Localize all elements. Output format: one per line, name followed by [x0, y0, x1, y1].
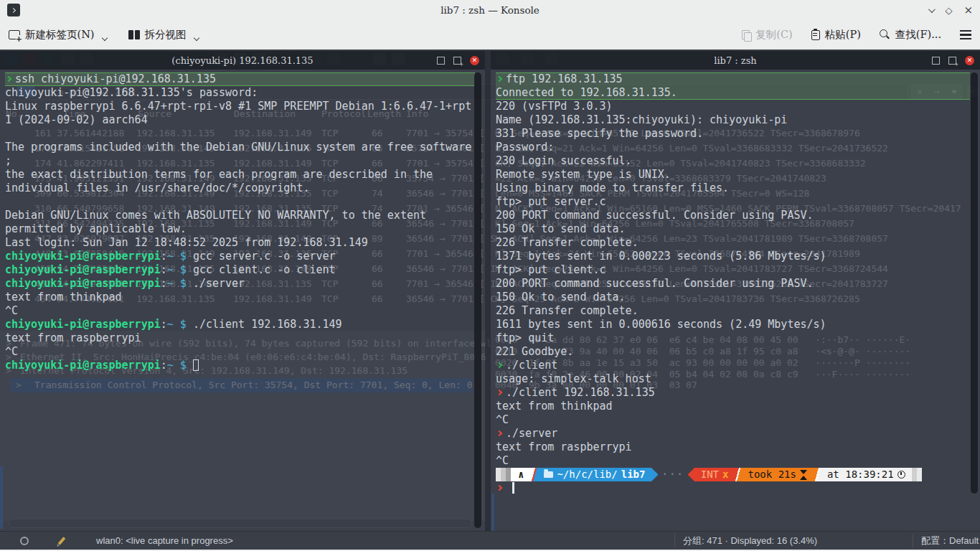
clock-icon	[897, 471, 905, 479]
terminal-text: chiyoyuki-pi@raspberrypi	[5, 263, 161, 276]
terminal-text: the exact distribution terms for each pr…	[5, 168, 433, 181]
terminal-text: ftp> put server.c	[496, 195, 606, 208]
terminal-line: Using binary mode to transfer files.	[496, 182, 970, 195]
left-pane-scrollbar[interactable]	[474, 72, 481, 528]
terminal-text	[174, 277, 180, 290]
terminal-line: 331 Please specify the password.	[496, 127, 970, 141]
close-pane-button[interactable]: ✕	[470, 56, 479, 65]
right-pane-title: lib7 : zsh	[491, 55, 980, 66]
split-view-icon	[128, 30, 140, 39]
terminal-line: ftp> quit	[496, 331, 970, 345]
find-button[interactable]: 查找(F)...	[880, 28, 941, 42]
directory-path: ~/h/c/lib/	[557, 468, 617, 481]
copy-button[interactable]: 复制(C)	[742, 28, 792, 42]
terminal-text: permitted by applicable law.	[5, 222, 187, 235]
terminal-text: 1611 bytes sent in 0.000616 seconds (2.4…	[496, 318, 826, 331]
powerline-cap	[506, 468, 511, 481]
terminal-text: Last login: Sun Jan 12 18:48:52 2025 fro…	[5, 236, 368, 249]
minimize-button[interactable]	[928, 8, 933, 13]
terminal-text: ssh chiyoyuki-pi@192.168.31.135	[15, 72, 216, 85]
terminal-line: Connected to 192.168.31.135.	[496, 86, 970, 100]
powerline-duration-segment: took 21s	[741, 468, 814, 481]
minimize-icon	[928, 6, 936, 13]
terminal-text: chiyoyuki-pi@raspberrypi	[5, 277, 161, 290]
close-button[interactable]: ×	[963, 5, 973, 16]
hamburger-icon	[960, 30, 971, 39]
right-pane-scrollbar[interactable]	[971, 72, 978, 494]
expand-pane-icon[interactable]	[932, 57, 940, 65]
terminal-line: text from thinkpad	[496, 400, 970, 413]
terminal-text: ./server	[187, 277, 245, 290]
terminal-text: Password:	[496, 141, 554, 154]
terminal-line: 1 (2024-09-02) aarch64	[5, 113, 475, 127]
terminal-line: 150 Ok to send data.	[496, 291, 970, 304]
clone-pane-icon[interactable]	[948, 57, 956, 65]
terminal-text: ftp> quit	[496, 331, 554, 344]
terminal-line: Linux raspberrypi 6.6.47+rpt-rpi-v8 #1 S…	[5, 100, 475, 113]
terminal-line: 226 Transfer complete.	[496, 304, 970, 318]
terminal-line: chiyoyuki-pi@raspberrypi:~ $	[5, 359, 475, 372]
terminal-line: 230 Login successful.	[496, 154, 970, 168]
powerline-separator	[814, 468, 821, 481]
time-label: at 18:39:21	[827, 468, 894, 481]
terminal-pane-right[interactable]: lib7 : zsh ✕ ftp 192.168.31.135Connected…	[491, 51, 980, 531]
terminal-text: $	[180, 250, 187, 263]
folder-icon	[544, 471, 553, 478]
terminal-text: text from thinkpad	[496, 400, 613, 413]
powerline-cap	[912, 468, 917, 481]
terminal-text: gcc client.c -o client	[187, 263, 336, 276]
wireshark-statusbar: wlan0: <live capture in progress> 分组: 47…	[0, 531, 980, 550]
titlebar[interactable]: lib7 : zsh — Konsole ◇ ×	[0, 0, 980, 20]
new-tab-icon	[9, 30, 20, 39]
terminal-line: 221 Goodbye.	[496, 345, 970, 359]
close-pane-button[interactable]: ✕	[965, 56, 974, 65]
terminal-text: :	[161, 277, 167, 290]
terminal-text: ./client 192.168.31.135	[506, 386, 655, 399]
terminal-text	[506, 481, 512, 494]
terminal-line	[5, 195, 475, 209]
terminal-pane-left[interactable]: (chiyoyuki-pi) 192.168.31.135 ✕ ssh chiy…	[0, 51, 485, 531]
split-view-button[interactable]: 拆分视图	[128, 28, 199, 42]
left-pane-title: (chiyoyuki-pi) 192.168.31.135	[0, 55, 485, 66]
terminal-line: ftp> put client.c	[496, 263, 970, 277]
expand-pane-icon[interactable]	[437, 57, 445, 65]
terminal-text: $	[180, 359, 187, 372]
pane-divider[interactable]	[485, 51, 491, 531]
maximize-button[interactable]: ◇	[945, 6, 952, 15]
powerline-separator	[531, 468, 537, 481]
terminal-text: 220 (vsFTPd 3.0.3)	[496, 100, 613, 113]
terminal-text	[174, 250, 180, 263]
terminal-left-content[interactable]: ssh chiyoyuki-pi@192.168.31.135chiyoyuki…	[0, 70, 475, 531]
terminal-line: chiyoyuki-pi@raspberrypi:~ $ gcc client.…	[5, 263, 475, 277]
terminal-text: chiyoyuki-pi@raspberrypi	[5, 359, 161, 372]
terminal-line: Debian GNU/Linux comes with ABSOLUTELY N…	[5, 209, 475, 222]
terminal-text: text from raspberrypi	[496, 441, 632, 453]
terminal-text: ^C	[5, 345, 18, 358]
profile-status[interactable]: 配置：Default	[921, 534, 980, 547]
terminal-text: :	[161, 359, 167, 372]
terminal-text: :	[161, 250, 167, 263]
new-tab-button[interactable]: 新建标签页(N)	[9, 28, 107, 42]
terminal-cursor	[512, 482, 514, 494]
terminal-line: chiyoyuki-pi@raspberrypi:~ $ gcc server.…	[5, 250, 475, 263]
paste-button[interactable]: 粘贴(P)	[811, 28, 861, 42]
terminal-text: Remote system type is UNIX.	[496, 168, 671, 181]
terminal-text	[174, 263, 180, 276]
hourglass-icon	[800, 470, 808, 480]
right-pane-header: lib7 : zsh ✕	[491, 51, 980, 70]
terminal-text: 331 Please specify the password.	[496, 127, 703, 140]
prompt-arrow-icon	[496, 430, 502, 436]
hamburger-menu-button[interactable]	[960, 30, 971, 39]
terminal-line: ftp> put server.c	[496, 195, 970, 209]
capture-status-icon[interactable]	[20, 537, 29, 545]
paste-label: 粘贴(P)	[825, 28, 861, 42]
terminal-line: text from thinkpad	[5, 291, 475, 304]
capture-comment-icon[interactable]	[58, 537, 66, 545]
terminal-line: ./server	[496, 427, 970, 441]
terminal-line: 200 PORT command successful. Consider us…	[496, 209, 970, 222]
clone-pane-icon[interactable]	[453, 57, 461, 65]
terminal-right-content[interactable]: ftp 192.168.31.135Connected to 192.168.3…	[491, 70, 970, 531]
terminal-text: usage: simplex-talk host	[496, 372, 651, 385]
terminal-text	[187, 359, 193, 372]
terminal-line: The programs included with the Debian GN…	[5, 141, 475, 154]
